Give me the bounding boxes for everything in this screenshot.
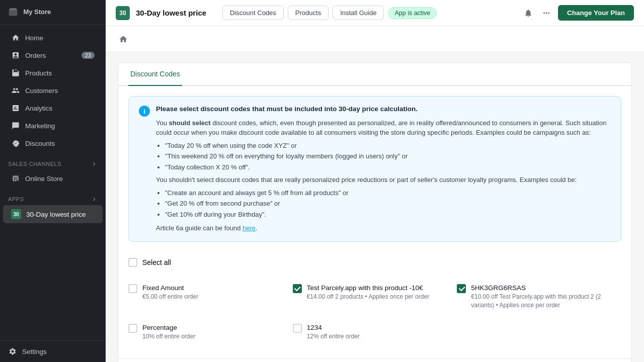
test-parcely-desc: €14.00 off 2 products • Applies once per… [307,293,457,301]
change-plan-btn[interactable]: Change Your Plan [558,5,634,21]
5hk3-content: 5HK3GRG6RSAS €10.00 off Test Parcely.app… [471,284,621,310]
checkbox-1234[interactable] [293,324,302,333]
more-options-btn[interactable] [540,7,553,20]
bullets-1: "Today 20 % off when using the code XYZ"… [165,141,611,172]
online-store-label: Online Store [25,175,63,183]
sidebar-item-products[interactable]: Products [3,64,103,81]
fixed-amount-name: Fixed Amount [142,284,293,292]
discount-item-5hk3: 5HK3GRG6RSAS €10.00 off Test Parcely.app… [457,277,621,317]
store-name: My Store [23,8,51,16]
here-link[interactable]: here [243,224,256,232]
5hk3-name: 5HK3GRG6RSAS [471,284,621,292]
sidebar-item-orders[interactable]: Orders 23 [3,47,103,64]
sidebar: My Store Home Orders 23 Products Cus [0,0,106,362]
sidebar-item-orders-label: Orders [25,52,46,59]
sidebar-nav: Home Orders 23 Products Customers Anal [0,25,106,340]
products-icon [11,68,20,77]
checkbox-5hk3[interactable] [457,284,466,293]
sidebar-item-products-label: Products [25,69,52,77]
app-icon-30day: 30 [11,209,21,219]
orders-icon [11,51,20,60]
tabs-header: Discount Codes [118,63,631,86]
bullet-1-item-2: "This weekend 20 % off on everything for… [165,151,611,161]
notification-btn[interactable] [522,7,535,20]
checkbox-percentage[interactable] [128,324,137,333]
svg-rect-0 [9,10,18,16]
topbar-actions: Discount Codes Products Install Guide Ap… [222,6,437,20]
main-content: 30 30-Day lowest price Discount Codes Pr… [106,0,644,362]
marketing-icon [11,121,20,130]
sidebar-item-customers-label: Customers [25,87,58,95]
apps-section: Apps [0,188,106,205]
sidebar-item-home[interactable]: Home [3,29,103,46]
sidebar-item-analytics[interactable]: Analytics [3,100,103,117]
test-parcely-content: Test Parcely.app with this product -10€ … [307,284,457,301]
bullet-2-item-1: "Create an account and always get 5 % of… [165,188,611,198]
topbar-right: Change Your Plan [522,5,634,21]
percentage-content: Percentage 10% off entire order [142,324,293,341]
1234-name: 1234 [307,324,457,331]
article-link-text: Article 6a guide can be found here. [156,223,611,233]
products-nav-btn[interactable]: Products [288,6,329,20]
sidebar-item-analytics-label: Analytics [25,105,52,112]
sidebar-item-discounts[interactable]: Discounts [3,135,103,152]
customers-icon [11,86,20,95]
discount-codes-nav-btn[interactable]: Discount Codes [222,6,284,20]
settings-icon [8,347,17,356]
info-box: i Please select discount codes that must… [128,96,621,242]
sidebar-item-marketing-label: Marketing [25,122,55,130]
discount-item-empty [457,317,621,348]
fixed-amount-content: Fixed Amount €5.00 off entire order [142,284,293,301]
tab-discount-codes[interactable]: Discount Codes [128,63,182,86]
discount-item-percentage: Percentage 10% off entire order [128,317,293,348]
page-content: Discount Codes i Please select discount … [106,52,644,362]
checkboxes-section: Select all Fixed Amount €5.00 off entire… [118,252,631,358]
bullets-2: "Create an account and always get 5 % of… [165,188,611,220]
app-active-badge: App is active [388,7,437,19]
fixed-amount-desc: €5.00 off entire order [142,293,293,301]
second-nav [106,26,644,52]
bullet-1-item-3: "Today collection X 20 % off". [165,162,611,172]
info-shouldnt: You shouldn't select discount codes that… [156,175,611,185]
5hk3-desc: €10.00 off Test Parcely.app with this pr… [471,293,621,310]
sidebar-item-online-store[interactable]: Online Store [3,170,103,187]
select-all-row: Select all [128,252,621,273]
discount-grid: Fixed Amount €5.00 off entire order Test… [128,277,621,348]
info-title: Please select discount codes that must b… [156,105,611,114]
checkbox-test-parcely[interactable] [293,284,302,293]
sidebar-item-customers[interactable]: Customers [3,82,103,99]
content-area: Discount Codes i Please select discount … [106,26,644,362]
1234-content: 1234 12% off entire order [307,324,457,341]
sales-channels-section: Sales channels [0,152,106,169]
sidebar-item-home-label: Home [25,34,43,42]
discount-item-1234: 1234 12% off entire order [293,317,457,348]
percentage-name: Percentage [142,324,293,331]
bullet-2-item-2: "Get 20 % off from second purchase" or [165,199,611,209]
install-guide-nav-btn[interactable]: Install Guide [333,6,384,20]
percentage-desc: 10% off entire order [142,332,293,341]
app-30day-label: 30-Day lowest price [26,211,86,218]
info-body: You should select discount codes, which,… [156,118,611,233]
info-content: Please select discount codes that must b… [156,105,611,233]
topbar-app-icon: 30 [116,6,130,20]
sidebar-logo: My Store [0,0,106,25]
test-parcely-name: Test Parcely.app with this product -10€ [307,284,457,292]
sidebar-item-marketing[interactable]: Marketing [3,117,103,134]
bullet-1-item-1: "Today 20 % off when using the code XYZ"… [165,141,611,151]
1234-desc: 12% off entire order [307,332,457,341]
info-icon: i [139,106,150,117]
discounts-icon [11,139,20,148]
home-icon [11,33,20,42]
select-all-label: Select all [142,258,171,266]
checkbox-fixed-amount[interactable] [128,284,137,293]
discount-item-fixed-amount: Fixed Amount €5.00 off entire order [128,277,293,317]
sidebar-settings[interactable]: Settings [0,340,106,362]
topbar: 30 30-Day lowest price Discount Codes Pr… [106,0,644,26]
orders-badge: 23 [82,52,95,59]
select-all-checkbox[interactable] [128,258,137,267]
should-select-bold: should select [169,119,211,127]
sidebar-item-30day[interactable]: 30 30-Day lowest price [3,205,103,223]
topbar-title: 30-Day lowest price [136,9,206,17]
home-nav-btn[interactable] [116,33,131,46]
bullet-2-item-3: "Get 10% off during your Birthday". [165,210,611,220]
